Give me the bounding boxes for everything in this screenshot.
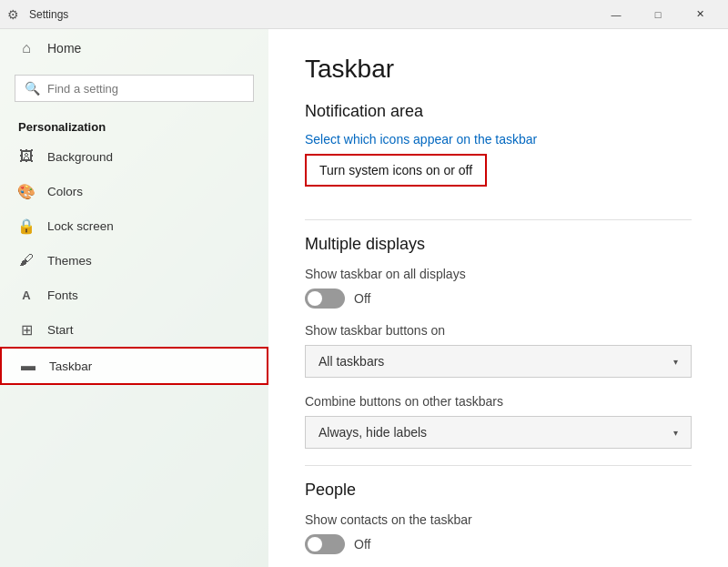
sidebar-item-label: Fonts (47, 289, 78, 302)
sidebar-item-colors[interactable]: 🎨 Colors (0, 174, 268, 208)
window-controls: — □ ✕ (595, 0, 721, 29)
chevron-down-icon-2: ▾ (673, 428, 678, 438)
sidebar-nav: ⌂ Home 🔍 Personalization 🖼 Background 🎨 … (0, 29, 268, 567)
minimize-button[interactable]: — (595, 0, 637, 29)
sidebar-item-label: Background (47, 150, 113, 164)
colors-icon: 🎨 (18, 183, 35, 199)
show-taskbar-toggle-row: Off (305, 289, 692, 309)
page-title: Taskbar (305, 55, 692, 84)
window-title: Settings (29, 8, 595, 21)
show-taskbar-toggle[interactable] (305, 289, 345, 309)
sidebar-item-taskbar[interactable]: ▬ Taskbar (0, 347, 268, 385)
app-body: ⌂ Home 🔍 Personalization 🖼 Background 🎨 … (0, 29, 728, 567)
show-taskbar-toggle-label: Off (354, 291, 370, 306)
home-icon: ⌂ (18, 40, 35, 56)
nav-section-title: Personalization (0, 113, 268, 139)
chevron-down-icon: ▾ (673, 357, 678, 367)
sidebar-item-lock-screen[interactable]: 🔒 Lock screen (0, 208, 268, 243)
sidebar-item-background[interactable]: 🖼 Background (0, 139, 268, 174)
search-box: 🔍 (15, 75, 254, 102)
combine-buttons-dropdown[interactable]: Always, hide labels ▾ (305, 416, 692, 449)
show-buttons-dropdown[interactable]: All taskbars ▾ (305, 345, 692, 378)
sidebar-item-label: Themes (47, 254, 92, 268)
sidebar-item-label: Colors (47, 185, 83, 198)
content-area: Taskbar Notification area Select which i… (268, 29, 728, 567)
taskbar-icon: ▬ (20, 358, 36, 374)
show-taskbar-label: Show taskbar on all displays (305, 267, 692, 281)
show-contacts-toggle[interactable] (305, 534, 345, 554)
settings-icon: ⚙ (7, 7, 22, 22)
themes-icon: 🖌 (18, 252, 35, 268)
people-title: People (305, 481, 692, 500)
search-icon: 🔍 (25, 81, 40, 96)
sidebar-item-home[interactable]: ⌂ Home (0, 29, 268, 67)
notification-area-title: Notification area (305, 102, 692, 121)
background-icon: 🖼 (18, 148, 35, 165)
lock-screen-icon: 🔒 (18, 218, 35, 234)
sidebar-item-label: Start (47, 323, 74, 337)
select-icons-link[interactable]: Select which icons appear on the taskbar (305, 132, 692, 147)
sidebar-item-label: Taskbar (49, 359, 92, 373)
maximize-button[interactable]: □ (637, 0, 679, 29)
show-buttons-label: Show taskbar buttons on (305, 323, 692, 338)
divider-2 (305, 465, 692, 466)
search-input[interactable] (47, 82, 244, 96)
show-contacts-label: Show contacts on the taskbar (305, 512, 692, 527)
sidebar-item-start[interactable]: ⊞ Start (0, 312, 268, 347)
combine-buttons-value: Always, hide labels (318, 425, 427, 440)
home-label: Home (47, 41, 81, 56)
sidebar: ⌂ Home 🔍 Personalization 🖼 Background 🎨 … (0, 29, 268, 567)
combine-buttons-label: Combine buttons on other taskbars (305, 394, 692, 409)
start-icon: ⊞ (18, 321, 35, 338)
turn-system-icons-link[interactable]: Turn system icons on or off (305, 154, 487, 187)
fonts-icon: A (18, 287, 35, 303)
show-contacts-toggle-label: Off (354, 537, 370, 552)
sidebar-item-themes[interactable]: 🖌 Themes (0, 243, 268, 278)
sidebar-item-label: Lock screen (47, 219, 114, 233)
multiple-displays-title: Multiple displays (305, 235, 692, 254)
close-button[interactable]: ✕ (679, 0, 721, 29)
show-contacts-toggle-row: Off (305, 534, 692, 554)
divider-1 (305, 219, 692, 220)
show-buttons-value: All taskbars (318, 354, 384, 369)
sidebar-item-fonts[interactable]: A Fonts (0, 278, 268, 312)
title-bar: ⚙ Settings — □ ✕ (0, 0, 728, 29)
